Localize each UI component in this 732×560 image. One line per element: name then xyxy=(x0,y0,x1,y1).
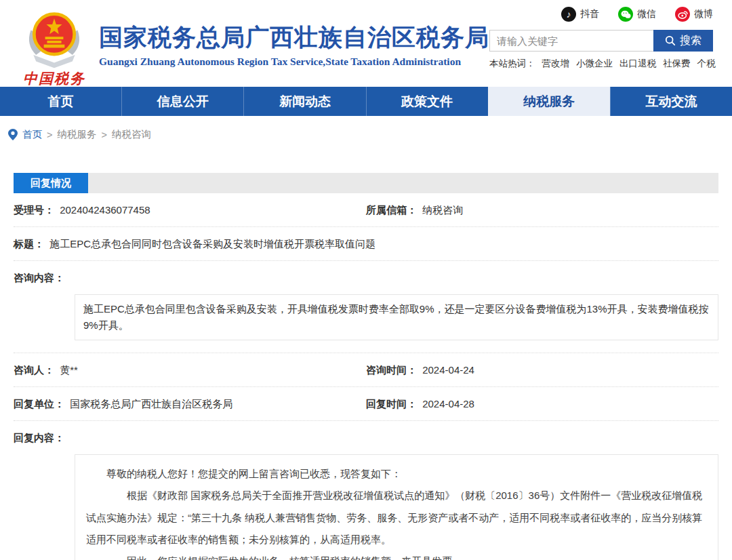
reply-time-label: 回复时间： xyxy=(366,398,417,409)
field-ask-time: 咨询时间： 2024-04-24 xyxy=(366,364,474,377)
breadcrumb: 首页 > 纳税服务 > 纳税咨询 xyxy=(0,116,732,141)
reply-org-label: 回复单位： xyxy=(14,398,64,409)
mailbox-value: 纳税咨询 xyxy=(422,204,463,216)
tab-strip: 回复情况 xyxy=(14,173,718,193)
breadcrumb-separator: > xyxy=(47,129,52,140)
national-emblem-icon xyxy=(22,8,87,71)
header-right: ♪ 抖音 微信 微博 搜索 本站热 xyxy=(489,0,713,87)
breadcrumb-separator: > xyxy=(101,129,106,140)
hot-words-label: 本站热词： xyxy=(489,58,535,70)
field-accept-no: 受理号： 2024042436077458 xyxy=(14,204,366,217)
reply-label: 回复内容： xyxy=(14,432,718,445)
douyin-label: 抖音 xyxy=(580,8,599,20)
question-content-box: 施工EPC总承包合同里包含设备采购及安装，开具增值税发票时费率全部取9%，还是一… xyxy=(75,294,718,340)
logo-caption: 中国税务 xyxy=(16,69,92,88)
breadcrumb-level3[interactable]: 纳税咨询 xyxy=(112,128,151,141)
nav-item-info-disclosure[interactable]: 信息公开 xyxy=(121,87,243,116)
nav-item-home[interactable]: 首页 xyxy=(0,87,121,116)
search-input[interactable] xyxy=(489,30,653,52)
reply-time-value: 2024-04-28 xyxy=(422,398,474,409)
row-title: 标题： 施工EPC总承包合同同时包含设备采购及安装时增值税开票税率取值问题 xyxy=(14,227,718,261)
douyin-icon: ♪ xyxy=(561,7,576,22)
hot-word-link[interactable]: 小微企业 xyxy=(576,58,613,70)
wechat-link[interactable]: 微信 xyxy=(618,7,656,22)
reply-content-box: 尊敬的纳税人您好！您提交的网上留言咨询已收悉，现答复如下： 根据《财政部 国家税… xyxy=(75,454,718,560)
tax-emblem-logo: 中国税务 xyxy=(16,8,92,88)
breadcrumb-home[interactable]: 首页 xyxy=(22,128,42,141)
douyin-link[interactable]: ♪ 抖音 xyxy=(561,7,599,22)
site-header: 中国税务 国家税务总局广西壮族自治区税务局 Guangxi Zhuang Aut… xyxy=(0,0,732,87)
hot-word-link[interactable]: 出口退税 xyxy=(619,58,656,70)
brand: 中国税务 国家税务总局广西壮族自治区税务局 Guangxi Zhuang Aut… xyxy=(16,0,489,87)
nav-item-tax-service[interactable]: 纳税服务 xyxy=(488,87,610,116)
hot-word-link[interactable]: 社保费 xyxy=(663,58,691,70)
search-button[interactable]: 搜索 xyxy=(653,30,713,52)
ask-time-value: 2024-04-24 xyxy=(422,364,474,376)
question-text: 施工EPC总承包合同里包含设备采购及安装，开具增值税发票时费率全部取9%，还是一… xyxy=(83,303,709,331)
reply-paragraph: 因此，您应当根据实际发生的业务，核算适用税率的销售额，来开具发票。 xyxy=(86,551,707,560)
weibo-icon xyxy=(675,7,690,22)
search-button-label: 搜索 xyxy=(680,34,702,48)
wechat-icon xyxy=(618,7,633,22)
tab-reply-status[interactable]: 回复情况 xyxy=(14,173,88,193)
weibo-label: 微博 xyxy=(694,8,713,20)
row-reply-content: 回复内容： 尊敬的纳税人您好！您提交的网上留言咨询已收悉，现答复如下： 根据《财… xyxy=(14,421,718,560)
nav-item-interaction[interactable]: 互动交流 xyxy=(610,87,732,116)
row-asker: 咨询人： 黄** 咨询时间： 2024-04-24 xyxy=(14,353,718,387)
field-mailbox: 所属信箱： 纳税咨询 xyxy=(366,204,463,217)
field-asker: 咨询人： 黄** xyxy=(14,364,366,377)
reply-paragraph: 根据《财政部 国家税务总局关于全面推开营业税改征增值税试点的通知》（财税〔201… xyxy=(86,485,707,551)
question-label: 咨询内容： xyxy=(14,272,718,285)
title-value: 施工EPC总承包合同同时包含设备采购及安装时增值税开票税率取值问题 xyxy=(49,238,375,249)
hot-word-link[interactable]: 营改增 xyxy=(542,58,570,70)
title-label: 标题： xyxy=(14,238,44,249)
site-titles: 国家税务总局广西壮族自治区税务局 Guangxi Zhuang Autonomo… xyxy=(99,8,489,68)
accept-no-value: 2024042436077458 xyxy=(60,204,150,216)
mailbox-label: 所属信箱： xyxy=(366,204,417,216)
row-question: 咨询内容： 施工EPC总承包合同里包含设备采购及安装，开具增值税发票时费率全部取… xyxy=(14,261,718,353)
location-pin-icon xyxy=(8,129,18,140)
main-nav: 首页 信息公开 新闻动态 政策文件 纳税服务 互动交流 xyxy=(0,87,732,116)
nav-item-news[interactable]: 新闻动态 xyxy=(243,87,365,116)
asker-value: 黄** xyxy=(60,364,78,376)
reply-paragraph: 尊敬的纳税人您好！您提交的网上留言咨询已收悉，现答复如下： xyxy=(86,463,707,485)
hot-words: 本站热词： 营改增 小微企业 出口退税 社保费 个税 xyxy=(489,58,713,70)
search-bar: 搜索 xyxy=(489,30,713,52)
accept-no-label: 受理号： xyxy=(14,204,54,216)
row-reply-org: 回复单位： 国家税务总局广西壮族自治区税务局 回复时间： 2024-04-28 xyxy=(14,387,718,421)
row-accept-no: 受理号： 2024042436077458 所属信箱： 纳税咨询 xyxy=(14,193,718,227)
site-title-en: Guangxi Zhuang Autonomous Region Tax Ser… xyxy=(99,56,489,68)
hot-word-link[interactable]: 个税 xyxy=(697,58,716,70)
breadcrumb-level2[interactable]: 纳税服务 xyxy=(57,128,96,141)
field-reply-time: 回复时间： 2024-04-28 xyxy=(366,398,474,411)
weibo-link[interactable]: 微博 xyxy=(675,7,713,22)
reply-org-value: 国家税务总局广西壮族自治区税务局 xyxy=(70,398,232,409)
wechat-label: 微信 xyxy=(637,8,656,20)
field-reply-org: 回复单位： 国家税务总局广西壮族自治区税务局 xyxy=(14,398,366,411)
site-title-cn: 国家税务总局广西壮族自治区税务局 xyxy=(99,23,489,52)
search-icon xyxy=(665,35,676,46)
reply-detail-panel: 回复情况 受理号： 2024042436077458 所属信箱： 纳税咨询 标题… xyxy=(14,173,718,560)
asker-label: 咨询人： xyxy=(14,364,54,376)
social-links: ♪ 抖音 微信 微博 xyxy=(489,5,713,23)
ask-time-label: 咨询时间： xyxy=(366,364,417,376)
nav-item-policy[interactable]: 政策文件 xyxy=(366,87,488,116)
